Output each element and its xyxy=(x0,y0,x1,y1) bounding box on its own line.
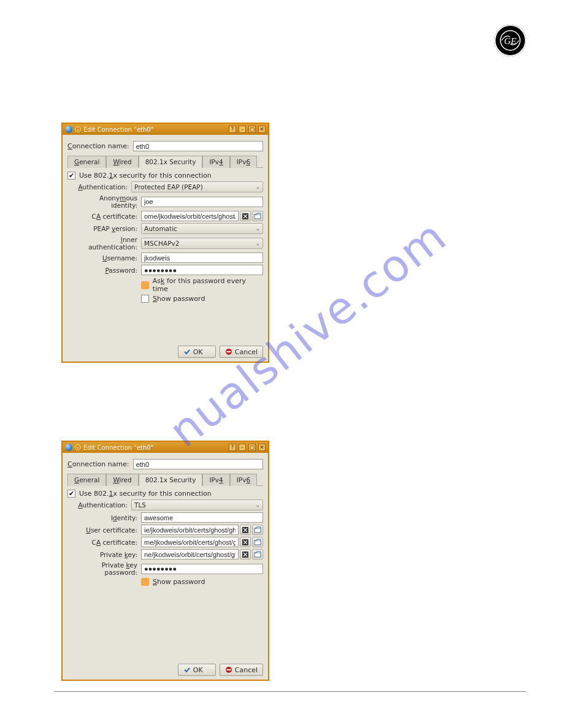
network-icon xyxy=(65,126,72,133)
anon-id-input[interactable] xyxy=(141,197,263,207)
svg-rect-3 xyxy=(255,214,261,219)
tab-ipv4[interactable]: IPv4 xyxy=(202,474,229,486)
minimize-button[interactable]: – xyxy=(239,126,246,133)
svg-rect-9 xyxy=(255,540,261,545)
titlebar[interactable]: ⌄ Edit Connection "eth0" ? – ▢ ✕ xyxy=(63,442,268,453)
ca-cert-browse-button[interactable] xyxy=(252,211,263,221)
auth-combo-value: Protected EAP (PEAP) xyxy=(134,183,203,191)
identity-label: Identity: xyxy=(71,514,137,521)
show-password-checkbox[interactable] xyxy=(141,295,149,303)
connection-name-input[interactable] xyxy=(133,141,263,151)
user-cert-label: User certificate: xyxy=(71,526,137,534)
maximize-button[interactable]: ▢ xyxy=(248,444,256,451)
svg-rect-13 xyxy=(226,669,231,670)
network-icon xyxy=(65,444,72,451)
user-cert-input[interactable] xyxy=(141,525,239,535)
tab-general[interactable]: General xyxy=(67,474,106,486)
user-cert-clear-button[interactable] xyxy=(240,525,251,535)
password-input[interactable] xyxy=(141,265,263,275)
chevron-down-icon: ⌄ xyxy=(255,240,260,246)
ca-cert-clear-button[interactable] xyxy=(240,211,251,221)
use-8021x-label: Use 802.1x security for this connection xyxy=(79,172,212,180)
tab-wired[interactable]: Wired xyxy=(106,474,138,486)
anon-id-label: Anonymous identity: xyxy=(71,194,137,209)
minimize-button[interactable]: – xyxy=(239,444,246,451)
check-icon xyxy=(183,348,191,355)
close-button[interactable]: ✕ xyxy=(258,444,266,451)
dialog-title: Edit Connection "eth0" xyxy=(83,126,153,133)
auth-combo[interactable]: Protected EAP (PEAP) ⌄ xyxy=(131,181,263,192)
show-password-checkbox[interactable] xyxy=(141,578,149,586)
help-button[interactable]: ? xyxy=(229,444,236,451)
password-label: Password: xyxy=(71,267,137,274)
auth-combo[interactable]: TLS ⌄ xyxy=(131,499,263,510)
ask-password-checkbox[interactable] xyxy=(141,281,149,289)
edit-connection-dialog-peap: ⌄ Edit Connection "eth0" ? – ▢ ✕ Connect… xyxy=(61,123,269,363)
username-input[interactable] xyxy=(141,252,263,263)
ok-button[interactable]: OK xyxy=(178,664,216,676)
private-key-clear-button[interactable] xyxy=(240,549,251,559)
peap-version-combo[interactable]: Automatic ⌄ xyxy=(141,223,263,234)
ca-cert-browse-button[interactable] xyxy=(252,537,263,547)
window-menu-icon[interactable]: ⌄ xyxy=(75,444,81,450)
tab-8021x-security[interactable]: 802.1x Security xyxy=(139,474,203,486)
tab-ipv4[interactable]: IPv4 xyxy=(202,156,229,168)
username-label: Username: xyxy=(71,254,137,262)
connection-name-label: Connection name: xyxy=(67,460,129,468)
peap-version-label: PEAP version: xyxy=(71,225,137,232)
ge-logo: GE xyxy=(494,25,526,56)
page-footer-separator xyxy=(54,691,526,692)
tab-ipv6[interactable]: IPv6 xyxy=(230,474,257,486)
private-key-label: Private key: xyxy=(71,551,137,558)
use-8021x-checkbox[interactable]: ✔ xyxy=(67,172,75,180)
ok-button[interactable]: OK xyxy=(178,346,216,358)
pk-password-label: Private key password: xyxy=(71,561,137,576)
maximize-button[interactable]: ▢ xyxy=(248,126,256,133)
connection-name-label: Connection name: xyxy=(67,142,129,150)
ask-password-label: Ask for this password every time xyxy=(153,277,263,293)
cancel-button-label: Cancel xyxy=(235,666,258,674)
peap-version-value: Automatic xyxy=(144,225,177,232)
cancel-button[interactable]: Cancel xyxy=(220,346,263,358)
ca-cert-input[interactable] xyxy=(141,211,239,221)
use-8021x-label: Use 802.1x security for this connection xyxy=(79,490,212,498)
tab-ipv6[interactable]: IPv6 xyxy=(230,156,257,168)
tab-general[interactable]: General xyxy=(67,156,106,168)
chevron-down-icon: ⌄ xyxy=(255,184,260,190)
user-cert-browse-button[interactable] xyxy=(252,525,263,535)
cancel-button-label: Cancel xyxy=(235,348,258,356)
check-icon xyxy=(183,666,191,673)
ca-cert-label: CA certificate: xyxy=(71,213,137,220)
titlebar[interactable]: ⌄ Edit Connection "eth0" ? – ▢ ✕ xyxy=(63,124,268,135)
inner-auth-combo[interactable]: MSCHAPv2 ⌄ xyxy=(141,238,263,249)
identity-input[interactable] xyxy=(141,512,263,523)
use-8021x-checkbox[interactable]: ✔ xyxy=(67,490,75,498)
chevron-down-icon: ⌄ xyxy=(255,226,260,232)
chevron-down-icon: ⌄ xyxy=(255,502,260,508)
private-key-browse-button[interactable] xyxy=(252,549,263,559)
auth-label: Authentication: xyxy=(67,501,128,509)
auth-combo-value: TLS xyxy=(134,501,146,509)
ca-cert-input[interactable] xyxy=(141,537,239,547)
help-button[interactable]: ? xyxy=(229,126,236,133)
tab-wired[interactable]: Wired xyxy=(106,156,138,168)
tab-bar: General Wired 802.1x Security IPv4 IPv6 xyxy=(67,473,263,486)
connection-name-input[interactable] xyxy=(133,459,263,469)
cancel-icon xyxy=(225,348,232,355)
tab-8021x-security[interactable]: 802.1x Security xyxy=(139,156,203,168)
dialog-title: Edit Connection "eth0" xyxy=(83,444,153,451)
ca-cert-clear-button[interactable] xyxy=(240,537,251,547)
svg-rect-7 xyxy=(255,528,261,533)
inner-auth-label: Inner authentication: xyxy=(71,236,137,251)
svg-rect-11 xyxy=(255,553,261,557)
private-key-input[interactable] xyxy=(141,549,239,559)
auth-label: Authentication: xyxy=(67,183,128,191)
window-menu-icon[interactable]: ⌄ xyxy=(75,126,81,132)
pk-password-input[interactable] xyxy=(141,564,263,574)
show-password-label: Show password xyxy=(153,295,205,303)
cancel-button[interactable]: Cancel xyxy=(220,664,263,676)
svg-rect-5 xyxy=(226,351,231,352)
close-button[interactable]: ✕ xyxy=(258,126,266,133)
ca-cert-label: CA certificate: xyxy=(71,539,137,546)
edit-connection-dialog-tls: ⌄ Edit Connection "eth0" ? – ▢ ✕ Connect… xyxy=(61,441,269,681)
